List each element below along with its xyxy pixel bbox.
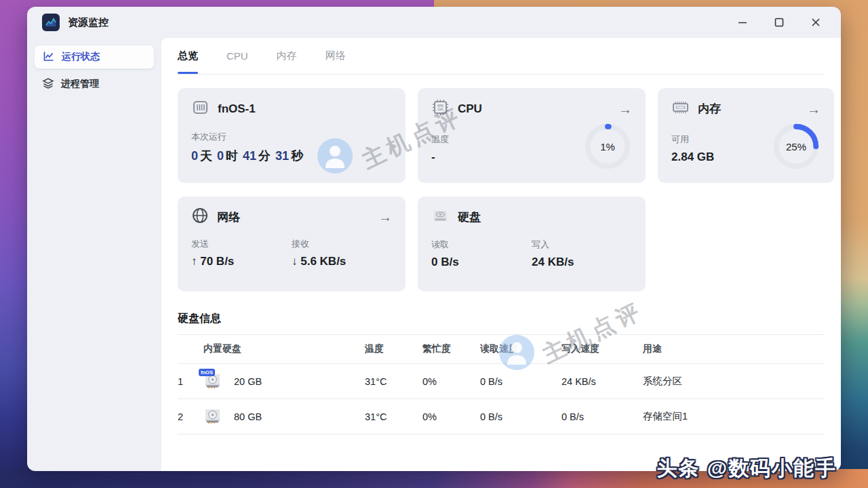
disk-read: 0 B/s (480, 411, 561, 422)
drive-icon: fnOS (203, 372, 222, 390)
disk-usage: 存储空间1 (643, 410, 825, 423)
resource-monitor-window: 资源监控 运行状态 进程管理 (27, 7, 841, 471)
app-icon (42, 14, 60, 31)
disk-card: 硬盘 读取 0 B/s 写入 24 KB/s (418, 197, 646, 291)
credit-watermark: 头条 @数码小能手 (656, 455, 837, 483)
cpu-detail-arrow-icon[interactable]: → (618, 102, 632, 116)
minimize-button[interactable] (732, 12, 753, 33)
disk-read: 0 B/s (480, 376, 561, 387)
sidebar-item-running-status[interactable]: 运行状态 (34, 45, 155, 69)
disk-table-header: 内置硬盘 温度 繁忙度 读取速度 写入速度 用途 (178, 334, 825, 364)
cpu-chip-icon: CPU (431, 98, 450, 119)
disk-usage: 系统分区 (643, 375, 825, 388)
disk-size: 20 GB (234, 376, 262, 387)
fnos-badge: fnOS (199, 369, 215, 376)
empty-grid-cell (658, 197, 834, 291)
cpu-percent: 1% (583, 122, 632, 171)
network-send-label: 发送 (191, 238, 292, 250)
disk-write: 0 B/s (561, 411, 643, 422)
sidebar: 运行状态 进程管理 (27, 38, 161, 471)
down-arrow-icon: ↓ (292, 255, 298, 268)
cards-grid: fnOS-1 本次运行 0天0时41分31秒 CPU CPU → (178, 88, 825, 291)
col-temperature: 温度 (365, 343, 422, 355)
uptime-value: 0天0时41分31秒 (191, 148, 392, 164)
globe-icon (191, 207, 209, 227)
up-arrow-icon: ↑ (191, 255, 197, 268)
disk-temp: 31°C (365, 376, 422, 387)
disk-index: 1 (178, 376, 203, 387)
overview-content: fnOS-1 本次运行 0天0时41分31秒 CPU CPU → (161, 75, 841, 434)
sidebar-item-label: 进程管理 (61, 78, 99, 90)
memory-card-title: 内存 (698, 101, 721, 117)
window-title: 资源监控 (68, 16, 108, 29)
disk-size: 80 GB (234, 411, 262, 422)
main-panel: 总览 CPU 内存 网络 fnOS-1 本次运行 (161, 38, 841, 471)
network-recv-value: ↓ 5.6 KB/s (292, 255, 392, 268)
uptime-label: 本次运行 (191, 131, 392, 143)
svg-text:CPU: CPU (437, 106, 444, 110)
memory-available-value: 2.84 GB (671, 150, 772, 164)
cpu-temp-value: - (431, 150, 532, 164)
disk-table-row[interactable]: 280 GB31°C0%0 B/s0 B/s存储空间1 (178, 399, 825, 434)
col-read-speed: 读取速度 (480, 343, 561, 355)
titlebar: 资源监控 (27, 7, 841, 38)
disk-read-label: 读取 (431, 239, 532, 251)
memory-detail-arrow-icon[interactable]: → (807, 102, 821, 116)
tab-bar: 总览 CPU 内存 网络 (178, 38, 825, 75)
col-busy: 繁忙度 (422, 343, 480, 355)
disk-busy: 0% (422, 411, 480, 422)
sidebar-item-process-management[interactable]: 进程管理 (34, 72, 155, 96)
maximize-button[interactable] (769, 12, 789, 33)
window-controls (732, 12, 826, 33)
layers-icon (42, 77, 54, 92)
drive-icon (203, 407, 222, 426)
tab-memory[interactable]: 内存 (277, 38, 297, 74)
memory-card: RAM 内存 → 可用 2.84 GB (658, 88, 834, 183)
network-card-title: 网络 (217, 209, 240, 225)
line-chart-icon (43, 50, 55, 64)
cpu-temp-label: 温度 (431, 134, 532, 146)
disk-table: 内置硬盘 温度 繁忙度 读取速度 写入速度 用途 1fnOS20 GB31°C0… (178, 334, 825, 434)
disk-table-row[interactable]: 1fnOS20 GB31°C0%0 B/s24 KB/s系统分区 (178, 364, 825, 399)
host-card: fnOS-1 本次运行 0天0时41分31秒 (178, 88, 406, 183)
disk-info-heading: 硬盘信息 (178, 312, 825, 326)
hard-drive-icon (431, 207, 450, 228)
ram-icon: RAM (671, 98, 690, 119)
network-card: 网络 → 发送 ↑ 70 B/s 接收 ↓ 5.6 KB/s (178, 197, 406, 291)
tab-overview[interactable]: 总览 (178, 38, 198, 74)
cpu-card-title: CPU (458, 102, 482, 116)
close-button[interactable] (806, 12, 826, 33)
memory-available-label: 可用 (671, 134, 772, 146)
disk-busy: 0% (422, 376, 480, 387)
disk-table-body: 1fnOS20 GB31°C0%0 B/s24 KB/s系统分区280 GB31… (178, 364, 825, 434)
svg-text:RAM: RAM (677, 106, 684, 109)
tab-network[interactable]: 网络 (326, 38, 346, 74)
col-usage: 用途 (643, 343, 825, 355)
disk-card-title: 硬盘 (458, 209, 481, 225)
disk-read-value: 0 B/s (431, 256, 532, 269)
cpu-gauge: 1% (583, 122, 632, 171)
server-icon (191, 98, 210, 119)
sidebar-item-label: 运行状态 (62, 51, 100, 63)
col-internal-disk: 内置硬盘 (203, 343, 365, 355)
cpu-card: CPU CPU → 温度 - (418, 88, 646, 183)
memory-gauge: 25% (772, 122, 821, 171)
memory-percent: 25% (772, 122, 821, 171)
disk-temp: 31°C (365, 411, 422, 422)
host-name: fnOS-1 (218, 102, 256, 116)
disk-write-value: 24 KB/s (532, 256, 632, 269)
network-send-value: ↑ 70 B/s (191, 255, 292, 268)
col-write-speed: 写入速度 (561, 343, 643, 355)
disk-write-label: 写入 (532, 239, 632, 251)
disk-write: 24 KB/s (561, 376, 643, 387)
tab-cpu[interactable]: CPU (226, 38, 248, 74)
network-recv-label: 接收 (292, 238, 392, 250)
network-detail-arrow-icon[interactable]: → (378, 210, 392, 224)
disk-index: 2 (178, 411, 203, 422)
